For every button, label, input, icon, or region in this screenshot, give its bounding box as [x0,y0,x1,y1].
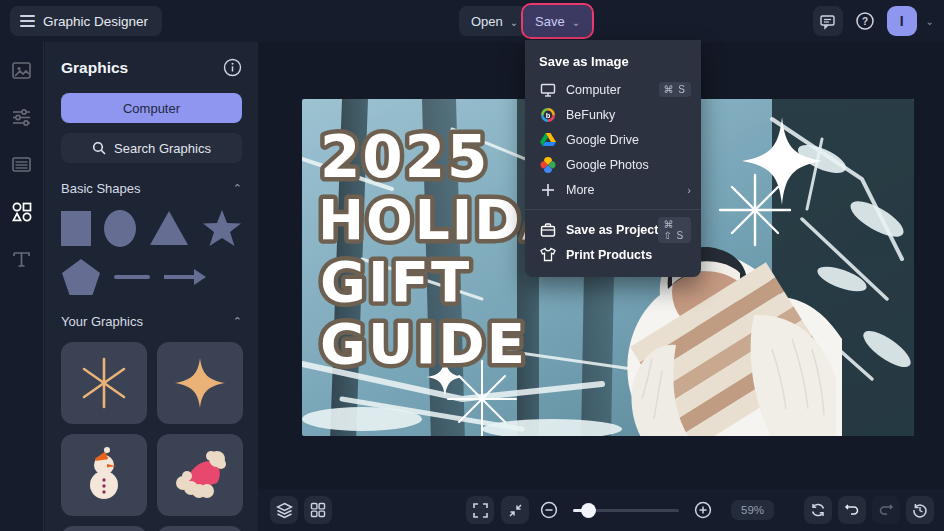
chevron-down-icon: ⌄ [572,17,580,28]
shape-star[interactable] [202,209,242,247]
help-button[interactable]: ? [852,8,878,34]
svg-text:b: b [545,111,550,120]
chevron-up-icon: ⌃ [233,315,242,328]
chevron-right-icon: › [687,184,691,196]
tool-rail [0,42,44,531]
svg-text:GUIDE: GUIDE [320,311,527,376]
zoom-slider[interactable] [573,509,679,512]
menu-divider [525,209,701,210]
shape-circle[interactable] [104,210,136,247]
graphic-sparkle[interactable] [157,342,243,424]
graphic-cocoa-mug[interactable] [157,526,243,531]
sidebar-item-text[interactable] [11,249,32,270]
shape-line[interactable] [114,275,150,279]
tshirt-icon [539,246,556,263]
shape-triangle[interactable] [149,210,189,246]
comment-icon [819,13,836,30]
zoom-in-button[interactable] [690,497,716,523]
menu-item-befunky[interactable]: b BeFunky [525,102,701,127]
your-graphics-header[interactable]: Your Graphics ⌃ [61,314,242,329]
svg-text:?: ? [862,16,868,27]
svg-text:GIFT: GIFT [320,249,471,314]
card-lines-icon [11,154,32,175]
info-icon[interactable] [223,58,242,77]
google-photos-icon [539,156,556,173]
menu-header: Save as Image [525,48,701,77]
save-dropdown-menu: Save as Image Computer ⌘ S b BeFunky Goo… [525,40,701,277]
top-bar: Graphic Designer Open ⌄ Save ⌄ ? I ⌄ [0,0,944,42]
open-button[interactable]: Open ⌄ [459,6,530,36]
shape-arrow[interactable] [163,268,207,286]
menu-item-computer[interactable]: Computer ⌘ S [525,77,701,102]
menu-item-more[interactable]: More › [525,177,701,202]
sidebar-item-image[interactable] [11,60,32,81]
image-icon [11,60,32,81]
shape-pentagon[interactable] [61,258,101,296]
graphic-starburst[interactable] [61,342,147,424]
shape-square[interactable] [61,211,91,246]
graphic-tree[interactable] [61,526,147,531]
layers-icon [276,502,293,519]
google-drive-icon [539,131,556,148]
layers-button[interactable] [270,496,298,524]
main-menu-button[interactable]: Graphic Designer [10,6,162,36]
basic-shapes-header[interactable]: Basic Shapes ⌃ [61,181,242,196]
graphic-snowman[interactable] [61,434,147,516]
computer-upload-button[interactable]: Computer [61,93,242,123]
search-icon [92,141,106,155]
graphic-santa-hat[interactable] [157,434,243,516]
save-button[interactable]: Save ⌄ [523,5,592,37]
expand-icon [473,503,488,518]
menu-item-google-photos[interactable]: Google Photos [525,152,701,177]
hamburger-icon [20,15,35,27]
graphic-designer-app: Graphic Designer Open ⌄ Save ⌄ ? I ⌄ [0,0,944,531]
sidebar-item-graphics[interactable] [11,201,33,223]
history-icon [912,502,928,518]
graphics-panel: Graphics Computer Search Graphics Basic … [45,42,258,531]
shortcut-badge: ⌘ S [659,82,691,97]
chevron-up-icon: ⌃ [233,182,242,195]
briefcase-icon [539,221,556,238]
account-chevron-icon[interactable]: ⌄ [926,16,934,27]
sidebar-item-templates[interactable] [11,154,32,175]
sliders-icon [11,107,32,128]
reset-button[interactable] [804,496,832,524]
menu-item-google-drive[interactable]: Google Drive [525,127,701,152]
avatar[interactable]: I [887,6,917,36]
plus-icon [539,181,556,198]
befunky-icon: b [539,106,556,123]
app-title: Graphic Designer [43,14,148,29]
monitor-icon [539,81,556,98]
chevron-down-icon: ⌄ [510,17,518,28]
svg-text:2025: 2025 [320,123,489,191]
grid-icon [310,502,326,518]
zoom-level-badge: 59% [731,500,774,520]
bottom-toolbar: 59% [258,489,944,531]
text-icon [11,249,32,270]
redo-button[interactable] [872,496,900,524]
redo-icon [878,502,894,518]
shortcut-badge: ⌘ ⇧ S [658,217,691,243]
panel-title: Graphics [61,59,128,77]
shrink-icon [508,503,523,518]
sidebar-item-edit[interactable] [11,107,32,128]
undo-button[interactable] [838,496,866,524]
menu-item-print-products[interactable]: Print Products [525,242,701,267]
menu-item-save-as-project[interactable]: Save as Project ⌘ ⇧ S [525,217,701,242]
undo-icon [844,502,860,518]
shapes-icon [11,201,33,223]
search-graphics-button[interactable]: Search Graphics [61,133,242,163]
refresh-icon [810,502,826,518]
pages-button[interactable] [304,496,332,524]
question-icon: ? [855,11,875,31]
zoom-out-button[interactable] [536,497,562,523]
history-button[interactable] [906,496,934,524]
fullscreen-button[interactable] [466,496,494,524]
fit-screen-button[interactable] [501,496,529,524]
feedback-button[interactable] [813,6,843,36]
zoom-slider-handle[interactable] [581,503,596,518]
